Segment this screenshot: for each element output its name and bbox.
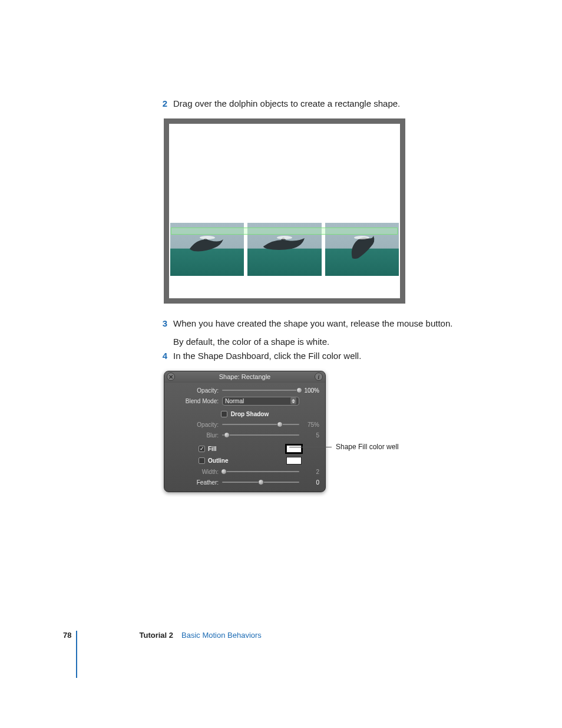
canvas-figure — [164, 118, 405, 304]
feather-value: 0 — [299, 479, 319, 486]
opacity-label: Opacity: — [170, 387, 222, 394]
shape-dashboard-hud: ✕ Shape: Rectangle i Opacity: 100% Blend… — [164, 371, 326, 492]
step-text: In the Shape Dashboard, click the Fill c… — [173, 350, 524, 363]
splash-icon — [199, 235, 216, 241]
drop-shadow-label: Drop Shadow — [231, 411, 269, 417]
ds-blur-value: 5 — [299, 432, 319, 439]
drop-shadow-checkbox[interactable] — [221, 411, 227, 417]
page: 2 Drag over the dolphin objects to creat… — [0, 0, 562, 728]
opacity-slider[interactable] — [222, 387, 299, 393]
step-text: Drag over the dolphin objects to create … — [173, 97, 524, 111]
outline-color-well[interactable] — [286, 457, 302, 465]
opacity-value: 100% — [299, 387, 319, 394]
canvas-area — [169, 124, 400, 298]
width-row: Width: 2 — [164, 466, 325, 477]
outline-row: Outline — [164, 454, 325, 466]
ds-opacity-value: 75% — [299, 421, 319, 428]
outline-label: Outline — [208, 457, 228, 464]
fill-color-well[interactable] — [286, 445, 302, 453]
splash-icon — [276, 235, 293, 241]
width-value: 2 — [299, 469, 319, 475]
fill-checkbox[interactable]: ✓ — [199, 446, 205, 452]
step-3: 3 When you have created the shape you wa… — [153, 317, 524, 353]
feather-slider[interactable] — [222, 479, 299, 485]
svg-point-0 — [200, 236, 215, 239]
feather-row: Feather: 0 — [164, 477, 325, 487]
ds-opacity-slider[interactable] — [222, 421, 299, 427]
footer-tutorial-title: Basic Motion Behaviors — [181, 631, 262, 640]
step-number: 4 — [153, 350, 173, 363]
step-number: 2 — [153, 97, 173, 111]
select-arrows-icon — [290, 397, 296, 404]
hud-title-text: Shape: Rectangle — [219, 373, 270, 380]
width-label: Width: — [170, 469, 222, 475]
ds-blur-label: Blur: — [170, 432, 222, 439]
step-text-line: By default, the color of a shape is whit… — [173, 335, 524, 349]
opacity-row: Opacity: 100% — [164, 385, 325, 396]
callout-label: Shape Fill color well — [336, 443, 399, 451]
close-icon[interactable]: ✕ — [167, 373, 175, 381]
ds-blur-slider[interactable] — [222, 432, 299, 438]
svg-point-2 — [354, 236, 369, 239]
step-4: 4 In the Shape Dashboard, click the Fill… — [153, 350, 524, 363]
info-icon[interactable]: i — [315, 373, 323, 381]
footer-rule — [76, 631, 77, 678]
fill-label: Fill — [208, 446, 216, 452]
splash-icon — [353, 235, 371, 241]
drop-shadow-row: Drop Shadow — [164, 409, 325, 419]
ds-opacity-label: Opacity: — [170, 421, 222, 428]
hud-titlebar[interactable]: ✕ Shape: Rectangle i — [164, 371, 325, 383]
selection-rectangle — [171, 228, 398, 235]
page-footer: 78 Tutorial 2 Basic Motion Behaviors — [63, 631, 262, 640]
blend-mode-row: Blend Mode: Normal — [164, 396, 325, 406]
feather-label: Feather: — [170, 479, 222, 486]
ds-blur-row: Blur: 5 — [164, 430, 325, 440]
page-number: 78 — [63, 631, 71, 640]
ds-opacity-row: Opacity: 75% — [164, 419, 325, 430]
blend-mode-value: Normal — [225, 398, 244, 404]
step-text: When you have created the shape you want… — [173, 317, 524, 353]
footer-tutorial-label: Tutorial 2 — [139, 631, 173, 640]
svg-point-1 — [277, 236, 292, 239]
step-text-line: When you have created the shape you want… — [173, 317, 524, 331]
step-number: 3 — [153, 317, 173, 353]
outline-checkbox[interactable] — [199, 457, 205, 464]
fill-row: ✓ Fill — [164, 443, 325, 454]
callout-line — [289, 447, 332, 447]
step-2: 2 Drag over the dolphin objects to creat… — [153, 97, 524, 111]
blend-mode-label: Blend Mode: — [170, 398, 222, 404]
width-slider[interactable] — [222, 469, 299, 475]
blend-mode-select[interactable]: Normal — [222, 397, 299, 406]
